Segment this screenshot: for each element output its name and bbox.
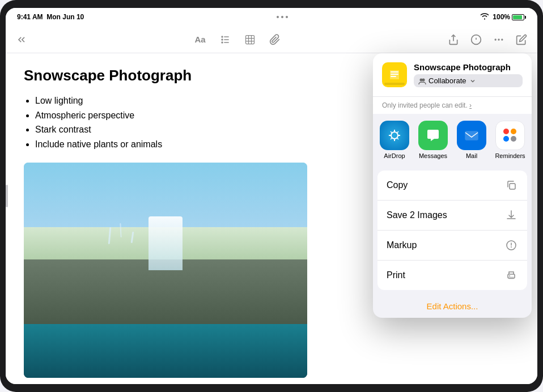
share-panel-privacy: Only invited people can edit. › bbox=[373, 96, 532, 114]
toolbar-center: Aa bbox=[40, 33, 435, 46]
airdrop-label: AirDrop bbox=[384, 152, 405, 159]
mail-label: Mail bbox=[466, 152, 477, 159]
svg-point-2 bbox=[221, 41, 223, 43]
share-panel-header: Snowscape Photograph Collaborate bbox=[373, 53, 532, 96]
mail-app[interactable]: Mail bbox=[455, 121, 489, 159]
print-icon bbox=[504, 269, 518, 282]
reminders-label: Reminders bbox=[495, 152, 525, 159]
share-button[interactable] bbox=[447, 33, 460, 46]
svg-point-1 bbox=[221, 39, 223, 40]
airdrop-icon bbox=[380, 121, 409, 150]
collapse-button[interactable] bbox=[15, 33, 28, 46]
attachment-button[interactable] bbox=[268, 33, 282, 46]
status-center-dots bbox=[277, 16, 288, 18]
format-text-button[interactable]: Aa bbox=[193, 33, 207, 46]
svg-rect-26 bbox=[508, 274, 515, 278]
svg-point-19 bbox=[422, 78, 425, 81]
ipad-frame: 9:41 AM Mon Jun 10 100% bbox=[0, 0, 543, 392]
toolbar-left bbox=[15, 33, 28, 46]
markup-button[interactable] bbox=[469, 33, 483, 46]
markup-action-icon bbox=[504, 238, 518, 252]
checklist-button[interactable] bbox=[218, 33, 232, 46]
svg-point-27 bbox=[509, 275, 510, 276]
share-apps-row: AirDrop Messages bbox=[373, 114, 532, 166]
svg-point-16 bbox=[502, 39, 503, 40]
save-images-icon bbox=[504, 208, 518, 222]
markup-action[interactable]: Markup bbox=[377, 231, 527, 261]
reminders-app[interactable]: Reminders bbox=[493, 121, 527, 159]
copy-action[interactable]: Copy bbox=[377, 171, 527, 201]
edit-button[interactable] bbox=[515, 33, 528, 46]
toolbar: Aa bbox=[6, 26, 537, 53]
reminders-icon bbox=[495, 121, 525, 150]
share-panel-title: Snowscape Photograph bbox=[414, 62, 523, 72]
share-actions-list: Copy Save 2 Images bbox=[377, 171, 527, 290]
toolbar-right bbox=[447, 33, 528, 46]
screen: 9:41 AM Mon Jun 10 100% bbox=[6, 8, 537, 384]
edit-actions-button[interactable]: Edit Actions... bbox=[373, 295, 532, 318]
print-action[interactable]: Print bbox=[377, 261, 527, 290]
svg-point-25 bbox=[511, 246, 512, 248]
more-button[interactable] bbox=[492, 33, 506, 46]
note-app-icon bbox=[382, 62, 407, 87]
messages-icon bbox=[418, 121, 448, 150]
collaborate-button[interactable]: Collaborate bbox=[414, 74, 523, 87]
battery-display: 100% bbox=[493, 13, 526, 21]
svg-point-17 bbox=[495, 39, 496, 40]
status-right: 100% bbox=[480, 13, 526, 22]
svg-rect-22 bbox=[510, 184, 515, 189]
share-panel-info: Snowscape Photograph Collaborate bbox=[414, 62, 523, 87]
messages-app[interactable]: Messages bbox=[416, 121, 450, 159]
status-bar: 9:41 AM Mon Jun 10 100% bbox=[6, 8, 537, 26]
svg-point-15 bbox=[498, 39, 499, 40]
note-photo bbox=[24, 163, 307, 378]
svg-rect-6 bbox=[246, 35, 254, 44]
table-button[interactable] bbox=[243, 33, 257, 46]
svg-point-0 bbox=[221, 36, 223, 37]
messages-label: Messages bbox=[419, 152, 447, 159]
reminders-dots bbox=[503, 129, 517, 142]
svg-rect-21 bbox=[465, 131, 478, 140]
mail-icon bbox=[457, 121, 486, 150]
copy-icon bbox=[504, 178, 518, 192]
save-images-action[interactable]: Save 2 Images bbox=[377, 201, 527, 231]
share-panel: Snowscape Photograph Collaborate bbox=[373, 53, 532, 318]
sidebar-handle[interactable] bbox=[6, 185, 8, 207]
airdrop-app[interactable]: AirDrop bbox=[377, 121, 412, 159]
status-time: 9:41 AM Mon Jun 10 bbox=[17, 13, 84, 21]
wifi-icon bbox=[480, 13, 489, 22]
